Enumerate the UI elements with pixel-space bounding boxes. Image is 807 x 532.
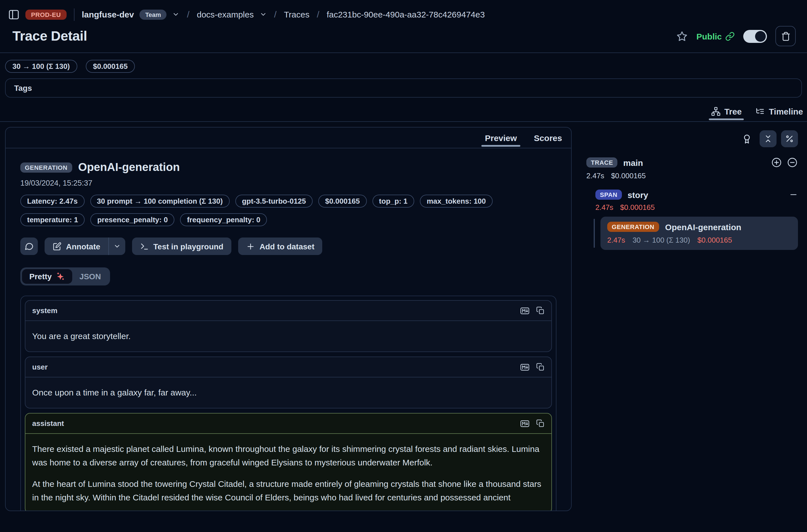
generation-tokens: 30 → 100 (Σ 130) <box>633 236 690 244</box>
annotate-button-group: Annotate <box>44 238 125 255</box>
span-latency: 2.47s <box>595 203 614 212</box>
message-content: Once upon a time in a galaxy far, far aw… <box>25 377 551 408</box>
tree-node-trace[interactable]: TRACE main <box>586 157 798 168</box>
delete-trace-button[interactable] <box>775 26 796 46</box>
markdown-icon <box>520 305 530 316</box>
title-bar: Trace Detail Public <box>0 24 807 53</box>
tree-span-block: SPAN story 2.47s $0.000165 GENER <box>595 190 798 250</box>
breadcrumb-separator: / <box>185 9 191 19</box>
breadcrumb: PROD-EU langfuse-dev Team / docs-example… <box>0 0 807 24</box>
span-children: GENERATION OpenAI-generation 2.47s 30 → … <box>595 217 798 250</box>
format-json-button[interactable]: JSON <box>72 269 108 284</box>
token-usage-badge: 30 prompt → 100 completion (Σ 130) <box>90 195 229 208</box>
org-type-badge: Team <box>140 9 167 19</box>
annotate-dropdown-button[interactable] <box>108 238 125 255</box>
tab-timeline[interactable]: Timeline <box>755 107 803 121</box>
observation-actions: Annotate Test in playground <box>20 238 557 255</box>
observation-detail-card: Preview Scores GENERATION OpenAI-generat… <box>5 127 572 511</box>
public-label: Public <box>696 31 722 41</box>
tab-scores[interactable]: Scores <box>531 133 564 148</box>
message-header: system <box>25 301 551 321</box>
test-in-playground-button[interactable]: Test in playground <box>132 238 231 255</box>
observation-timestamp: 19/03/2024, 15:25:37 <box>20 179 557 187</box>
copy-button[interactable] <box>536 363 545 371</box>
format-pretty-button[interactable]: Pretty <box>22 269 72 284</box>
message-content: You are a great storyteller. <box>25 321 551 352</box>
trace-detail-page: PROD-EU langfuse-dev Team / docs-example… <box>0 0 807 532</box>
breadcrumb-project[interactable]: docs-examples <box>197 10 254 19</box>
copy-button[interactable] <box>536 419 545 428</box>
percent-metrics-button[interactable] <box>781 130 798 147</box>
timeline-icon <box>755 107 765 116</box>
terminal-icon <box>140 242 149 251</box>
trace-cost: $0.000165 <box>611 171 646 180</box>
message-header: assistant <box>25 414 551 434</box>
tab-tree-label: Tree <box>724 107 742 116</box>
breadcrumb-traces-link[interactable]: Traces <box>284 10 309 19</box>
message-role: assistant <box>32 419 64 428</box>
main-content: Preview Scores GENERATION OpenAI-generat… <box>0 122 807 511</box>
collapse-level-button[interactable] <box>787 157 798 168</box>
generation-cost: $0.000165 <box>697 236 732 244</box>
trace-latency: 2.47s <box>586 171 604 180</box>
assistant-paragraph: There existed a majestic planet called L… <box>32 442 545 469</box>
toggle-knob <box>755 31 766 41</box>
message-assistant: assistant There existed <box>25 413 552 511</box>
title-actions: Public <box>676 26 796 46</box>
observation-meta-pills: Latency: 2.47s 30 prompt → 100 completio… <box>20 195 557 226</box>
tree-node-span[interactable]: SPAN story <box>595 190 798 200</box>
sidebar-toggle-button[interactable] <box>8 8 20 20</box>
environment-badge: PROD-EU <box>25 9 67 19</box>
cost-badge: $0.000165 <box>318 195 367 208</box>
breadcrumb-org[interactable]: langfuse-dev <box>82 10 134 19</box>
chevron-down-icon <box>259 11 267 18</box>
io-preview: system You are a great storyteller. <box>20 296 557 511</box>
comment-button[interactable] <box>20 238 38 255</box>
markdown-icon <box>520 418 530 429</box>
annotate-button[interactable]: Annotate <box>44 238 108 255</box>
breadcrumb-separator: / <box>272 9 278 19</box>
copy-button[interactable] <box>536 306 545 315</box>
expand-all-button[interactable] <box>771 157 782 168</box>
trace-name: main <box>623 158 643 167</box>
json-label: JSON <box>79 272 101 281</box>
breadcrumb-separator: / <box>315 9 321 19</box>
max-tokens-badge: max_tokens: 100 <box>420 195 493 208</box>
trace-summary: 30 → 100 (Σ 130) $0.000165 <box>0 53 807 74</box>
org-switcher-button[interactable] <box>172 11 180 18</box>
tags-input[interactable]: Tags <box>5 78 802 98</box>
pretty-label: Pretty <box>29 272 52 281</box>
tree-icon <box>711 107 720 116</box>
public-link[interactable]: Public <box>696 31 735 41</box>
playground-label: Test in playground <box>153 242 223 251</box>
markdown-icon <box>520 362 530 372</box>
copy-icon <box>536 306 545 315</box>
plus-icon <box>246 242 255 251</box>
tab-tree[interactable]: Tree <box>711 107 742 121</box>
tree-toolbar <box>586 130 798 147</box>
divider <box>74 8 75 21</box>
message-content: There existed a majestic planet called L… <box>25 434 551 511</box>
collapse-node-button[interactable] <box>789 190 798 199</box>
tree-node-generation-selected[interactable]: GENERATION OpenAI-generation 2.47s 30 → … <box>600 217 798 250</box>
tab-preview[interactable]: Preview <box>483 133 519 148</box>
project-switcher-button[interactable] <box>259 11 267 18</box>
comment-icon <box>24 242 34 251</box>
markdown-toggle-button[interactable] <box>520 362 530 372</box>
observation-header: GENERATION OpenAI-generation <box>20 161 557 174</box>
markdown-toggle-button[interactable] <box>520 305 530 316</box>
add-to-dataset-button[interactable]: Add to dataset <box>238 238 322 255</box>
markdown-toggle-button[interactable] <box>520 418 530 429</box>
view-tabs: Tree Timeline <box>0 98 807 122</box>
token-usage-badge: 30 → 100 (Σ 130) <box>5 60 77 73</box>
public-toggle[interactable] <box>743 30 767 43</box>
presence-penalty-badge: presence_penalty: 0 <box>91 213 175 226</box>
trace-tree-panel: TRACE main 2.47s $0.000165 SPAN <box>586 127 803 250</box>
collapse-all-button[interactable] <box>759 130 776 147</box>
link-icon <box>725 31 735 41</box>
award-button[interactable] <box>742 133 752 144</box>
format-toggle: Pretty JSON <box>20 267 110 285</box>
detail-tabs: Preview Scores <box>6 128 571 148</box>
annotate-label: Annotate <box>66 242 100 251</box>
bookmark-star-button[interactable] <box>676 30 688 42</box>
